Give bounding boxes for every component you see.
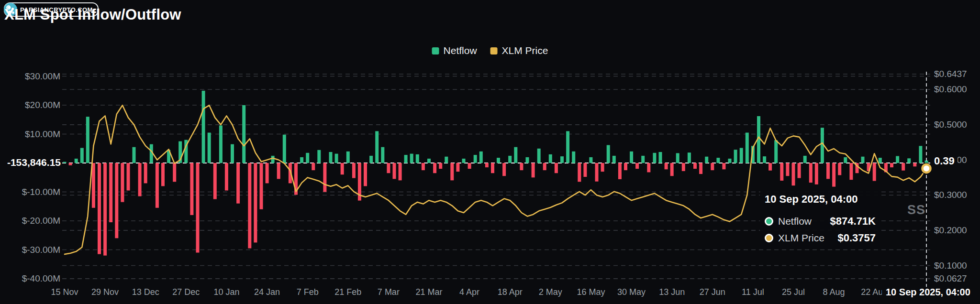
x-axis-tick: 13 Jun — [659, 287, 685, 297]
netflow-bar — [335, 154, 338, 163]
netflow-bar — [283, 135, 286, 163]
netflow-bar — [549, 154, 552, 163]
x-axis-tick: 7 Feb — [297, 287, 319, 297]
netflow-bar — [306, 153, 309, 163]
netflow-bar — [514, 147, 517, 163]
netflow-bar — [271, 156, 275, 163]
netflow-bar — [641, 156, 645, 163]
netflow-bar — [861, 157, 865, 163]
netflow-bar — [277, 163, 280, 179]
netflow-bar — [907, 158, 911, 163]
netflow-bar — [560, 156, 564, 163]
netflow-bar — [445, 157, 448, 163]
netflow-bar — [630, 152, 633, 163]
netflow-bar — [485, 163, 489, 167]
netflow-bar — [728, 159, 732, 163]
netflow-bar — [364, 163, 367, 186]
netflow-bar — [144, 163, 147, 183]
x-axis-tick: 16 May — [577, 287, 605, 297]
netflow-bar — [456, 163, 459, 172]
netflow-bar — [352, 163, 356, 178]
netflow-bar — [849, 163, 853, 180]
y-axis-tick-right: $0.2000 — [934, 225, 967, 236]
x-axis-tick: 30 May — [617, 287, 646, 297]
netflow-bar — [618, 163, 622, 179]
netflow-bar — [156, 163, 159, 208]
netflow-bar — [369, 156, 373, 163]
netflow-bar — [161, 163, 165, 186]
netflow-bar — [75, 159, 78, 163]
watermark: SS — [907, 203, 925, 217]
netflow-bar — [798, 163, 801, 178]
netflow-bar — [416, 154, 419, 163]
x-axis-tick: 4 Apr — [459, 287, 479, 297]
netflow-bar — [387, 163, 390, 173]
netflow-bar — [491, 163, 494, 173]
xlm-price-dot-icon — [765, 234, 773, 242]
netflow-bar — [734, 150, 737, 163]
x-axis-tick: 21 Mar — [415, 287, 442, 297]
netflow-bar — [532, 163, 535, 177]
y-axis-tick-right: $0.1000 — [934, 261, 967, 271]
netflow-bar — [803, 156, 807, 163]
netflow-bar — [190, 163, 193, 215]
netflow-bar — [497, 158, 500, 163]
netflow-bar — [341, 163, 344, 174]
netflow-bar — [555, 163, 558, 173]
netflow-bar — [716, 158, 720, 163]
netflow-bar — [792, 163, 795, 185]
netflow-bar — [69, 163, 72, 165]
netflow-bar — [433, 163, 436, 173]
netflow-bar — [479, 152, 483, 163]
netflow-bar — [688, 152, 691, 163]
netflow-bar — [427, 159, 431, 163]
netflow-bar — [520, 163, 523, 170]
netflow-bar — [844, 157, 847, 163]
netflow-bar — [450, 163, 454, 180]
netflow-bar — [248, 163, 251, 249]
netflow-bar — [572, 152, 575, 163]
netflow-bar — [740, 148, 743, 163]
netflow-bar — [601, 163, 604, 172]
y-axis-tick-left: $10.00M — [0, 129, 60, 140]
netflow-bar — [595, 163, 599, 182]
chart-tooltip: 10 Sep 2025, 04:00 Netflow $874.71K XLM … — [760, 190, 880, 249]
x-axis-tick: 27 Dec — [172, 287, 200, 297]
netflow-bar — [665, 163, 668, 169]
netflow-bar — [768, 163, 772, 171]
netflow-bar — [404, 155, 408, 163]
netflow-bar — [508, 156, 512, 163]
netflow-bar — [399, 163, 402, 180]
netflow-bar — [526, 157, 529, 163]
netflow-bar — [422, 163, 425, 170]
y-axis-tick-right: $0.0627 — [934, 273, 967, 284]
netflow-bar — [103, 163, 107, 256]
netflow-bar — [468, 163, 471, 169]
netflow-bar — [439, 163, 442, 169]
netflow-bar — [196, 163, 200, 253]
tooltip-row-netflow: Netflow $874.71K — [765, 215, 876, 228]
chart-canvas[interactable] — [0, 0, 980, 304]
netflow-bar — [63, 162, 67, 163]
netflow-bar — [92, 163, 95, 208]
x-axis-tick: 27 Jun — [700, 287, 725, 297]
netflow-bar — [543, 163, 546, 170]
netflow-bar — [236, 163, 240, 204]
netflow-bar — [566, 131, 569, 163]
netflow-bar — [173, 163, 176, 182]
netflow-bar — [780, 163, 783, 181]
netflow-bar — [913, 163, 916, 166]
netflow-bar — [647, 163, 650, 172]
netflow-bar — [873, 163, 876, 181]
y-axis-tick-right: $0.6000 — [934, 84, 967, 95]
x-axis-tick: 21 Feb — [334, 287, 361, 297]
netflow-bar — [763, 156, 766, 163]
netflow-bar — [612, 156, 616, 163]
tooltip-date: 10 Sep 2025, 04:00 — [765, 193, 876, 206]
netflow-bar — [699, 163, 702, 174]
netflow-bar — [109, 163, 112, 222]
netflow-bar — [323, 163, 326, 192]
netflow-bar — [786, 163, 789, 176]
x-axis-tick: 29 Nov — [91, 287, 119, 297]
netflow-bar — [502, 163, 506, 176]
